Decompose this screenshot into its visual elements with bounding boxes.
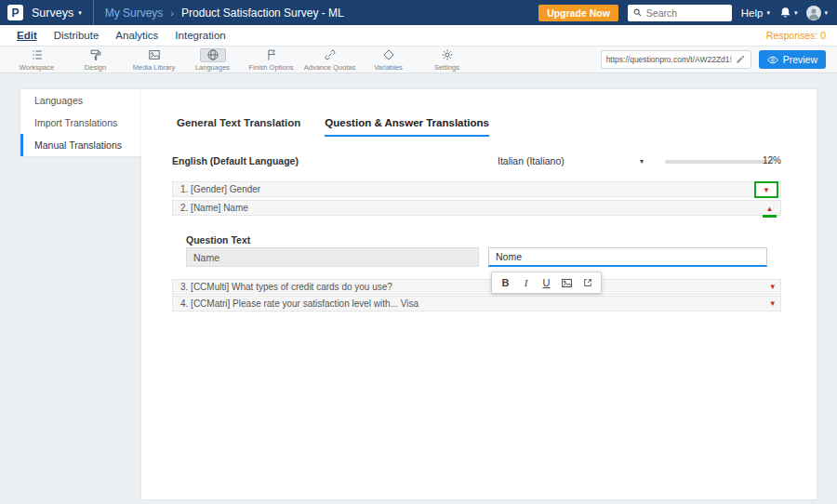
- responses-count[interactable]: Responses: 0: [766, 30, 826, 41]
- translation-progress-percent: 12%: [763, 155, 781, 166]
- finish-options-icon: [259, 48, 285, 62]
- open-external-button[interactable]: [578, 274, 596, 292]
- question-row-ccmulti[interactable]: 3. [CCMulti] What types of credit cards …: [172, 279, 781, 295]
- collapse-button[interactable]: ▴: [763, 205, 777, 218]
- translation-progress-bar: [665, 160, 774, 164]
- variables-icon: [376, 48, 402, 62]
- media-library-icon: [141, 48, 167, 62]
- underline-button[interactable]: U: [538, 274, 555, 292]
- sidebar-item-manual-translations[interactable]: Manual Translations: [20, 134, 141, 156]
- tab-analytics[interactable]: Analytics: [115, 30, 158, 41]
- question-text-label: Question Text: [186, 234, 250, 245]
- chevron-down-icon: ▾: [766, 9, 770, 16]
- tab-integration[interactable]: Integration: [175, 30, 225, 41]
- collapse-highlight-bar: [763, 215, 777, 218]
- search-icon: [633, 8, 642, 17]
- bold-button[interactable]: B: [497, 274, 514, 292]
- help-label: Help: [741, 7, 764, 19]
- question-row-name[interactable]: 2. [Name] Name ▴: [172, 200, 781, 216]
- tab-question-answer-translations[interactable]: Question & Answer Translations: [325, 117, 489, 137]
- insert-image-button[interactable]: [558, 274, 576, 292]
- questionpro-logo[interactable]: P: [7, 5, 23, 20]
- preview-button[interactable]: Preview: [759, 50, 826, 69]
- workspace-icon: [24, 48, 50, 62]
- tab-general-text-translation[interactable]: General Text Translation: [177, 117, 300, 137]
- settings-icon: [434, 48, 460, 62]
- primary-nav: Edit Distribute Analytics Integration Re…: [0, 25, 837, 46]
- toolbar-item-advance-quotas[interactable]: Advance Quotas: [300, 48, 359, 72]
- chevron-down-icon[interactable]: ▾: [640, 157, 644, 166]
- translation-tabs: General Text Translation Question & Answ…: [177, 117, 489, 137]
- questionpro-app: P Surveys ▾ My Surveys › Product Satisfa…: [0, 0, 837, 504]
- eye-icon: [767, 56, 778, 64]
- toolbar-item-finish-options[interactable]: Finish Options: [242, 48, 300, 72]
- source-text-input: [186, 247, 479, 267]
- breadcrumb-separator: ›: [170, 7, 174, 19]
- format-toolbar: B I U: [491, 272, 602, 294]
- target-language-select[interactable]: Italian (Italiano): [498, 155, 565, 166]
- survey-url-area: Preview: [601, 50, 837, 69]
- chevron-down-icon[interactable]: ▾: [770, 283, 775, 291]
- tab-edit[interactable]: Edit: [17, 30, 37, 41]
- toolbar-item-workspace[interactable]: Workspace: [7, 48, 66, 72]
- design-icon: [83, 48, 109, 62]
- top-bar-right: Upgrade Now Help ▾ ▾ ▾: [538, 5, 837, 21]
- question-row-gender[interactable]: 1. [Gender] Gender ▾: [172, 181, 781, 197]
- toolbar-item-design[interactable]: Design: [66, 48, 125, 72]
- source-language-label: English (Default Language): [172, 155, 299, 166]
- avatar: [806, 6, 821, 20]
- breadcrumb: My Surveys › Product Satisfaction Survey…: [105, 7, 344, 20]
- toolbar-item-variables[interactable]: Variables: [359, 48, 418, 72]
- toolbar-item-languages[interactable]: Languages: [183, 48, 242, 72]
- chevron-up-icon: ▴: [767, 205, 772, 213]
- global-search[interactable]: [628, 5, 732, 21]
- survey-url-box: [601, 50, 751, 69]
- breadcrumb-my-surveys[interactable]: My Surveys: [105, 7, 164, 20]
- edit-url-pencil-icon[interactable]: [731, 55, 745, 64]
- language-selection-row: English (Default Language) Italian (Ital…: [172, 154, 781, 169]
- sidebar-item-import-translations[interactable]: Import Translations: [20, 112, 141, 134]
- expand-caret-highlight[interactable]: ▾: [754, 181, 778, 198]
- toolbar-item-media-library[interactable]: Media Library: [125, 48, 183, 72]
- top-bar: P Surveys ▾ My Surveys › Product Satisfa…: [0, 0, 837, 25]
- surveys-menu[interactable]: Surveys ▾: [23, 0, 94, 25]
- bell-icon: [779, 7, 791, 19]
- chevron-down-icon: ▾: [78, 9, 82, 16]
- surveys-menu-label: Surveys: [32, 7, 73, 20]
- tab-distribute[interactable]: Distribute: [54, 30, 100, 41]
- chevron-down-icon: ▾: [824, 9, 828, 16]
- edit-toolbar: Workspace Design Media Library Languages…: [0, 46, 837, 73]
- manual-translations-panel: General Text Translation Question & Answ…: [141, 89, 817, 499]
- translation-text-input[interactable]: [488, 247, 767, 267]
- translations-sidebar: Languages Import Translations Manual Tra…: [20, 89, 141, 156]
- advance-quotas-icon: [317, 48, 343, 62]
- help-menu[interactable]: Help ▾: [741, 7, 770, 19]
- survey-url-input[interactable]: [606, 55, 731, 64]
- toolbar-item-settings[interactable]: Settings: [418, 48, 476, 72]
- chevron-down-icon: ▾: [794, 9, 798, 16]
- sidebar-item-languages[interactable]: Languages: [20, 89, 141, 112]
- question-row-ccmatri[interactable]: 4. [CCMatri] Please rate your satisfacti…: [172, 296, 781, 312]
- chevron-down-icon[interactable]: ▾: [770, 299, 775, 308]
- italic-button[interactable]: I: [517, 274, 535, 292]
- chevron-down-icon[interactable]: ▾: [764, 186, 769, 194]
- upgrade-now-button[interactable]: Upgrade Now: [538, 5, 618, 21]
- breadcrumb-current-survey: Product Satisfaction Survey - ML: [181, 7, 344, 20]
- notifications-menu[interactable]: ▾: [779, 7, 798, 19]
- search-input[interactable]: [646, 7, 726, 19]
- account-menu[interactable]: ▾: [806, 6, 828, 20]
- languages-icon: [200, 48, 226, 62]
